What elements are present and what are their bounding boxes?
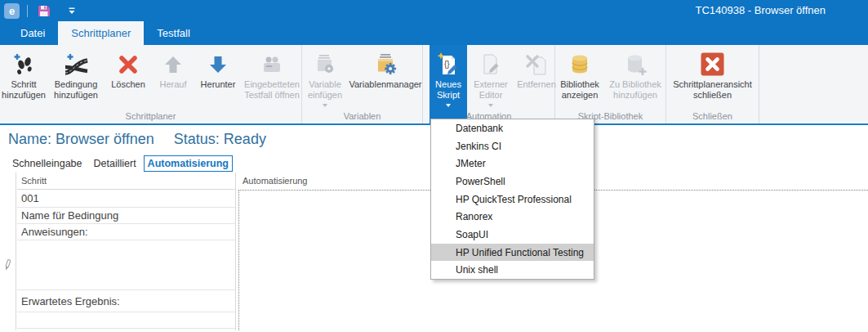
add-to-library-button: Zu Bibliothek hinzufügen xyxy=(604,45,666,112)
variable-insert-icon xyxy=(313,52,337,77)
menu-item-jenkins-ci[interactable]: Jenkins CI xyxy=(431,137,594,155)
button-label: hinzufügen xyxy=(613,90,657,101)
button-label: Variablenmanager xyxy=(349,79,421,90)
red-x-icon xyxy=(116,52,140,77)
button-label: Bibliothek xyxy=(560,79,599,90)
button-label: Editor xyxy=(479,90,503,101)
button-label: Bedingung xyxy=(55,79,98,90)
button-label: Neues xyxy=(435,79,461,90)
svg-text:{}: {} xyxy=(444,60,450,69)
add-step-button[interactable]: Schritt hinzufügen xyxy=(0,45,47,112)
status-label: Status: xyxy=(174,131,220,147)
button-label: Herunter xyxy=(201,79,236,90)
remove-script-icon xyxy=(524,52,549,77)
button-label: einfügen xyxy=(308,90,342,101)
button-label: schließen xyxy=(693,90,732,101)
quick-access-separator xyxy=(27,5,28,17)
close-step-planner-view-button[interactable]: Schrittplaneransicht schließen xyxy=(668,45,758,112)
window-title: TC140938 - Browser öffnen xyxy=(696,0,826,21)
menu-item-hp-quicktest-professional[interactable]: HP QuickTest Professional xyxy=(431,191,594,209)
step-name-status: Name: Browser öffnen Status: Ready xyxy=(8,131,266,148)
variable-manager-button[interactable]: Variablenmanager xyxy=(348,45,423,112)
save-button[interactable] xyxy=(35,2,53,20)
button-label: Herauf xyxy=(159,79,186,90)
variable-manager-icon xyxy=(373,52,398,77)
button-label: anzeigen xyxy=(562,90,599,101)
step-row-number[interactable]: 001 xyxy=(17,190,235,208)
save-floppy-icon xyxy=(38,4,51,17)
move-down-button[interactable]: Herunter xyxy=(194,45,242,112)
view-tabs: Schnelleingabe Detailliert Automatisieru… xyxy=(8,155,236,172)
group-label-schrittplaner: Schrittplaner xyxy=(0,111,301,121)
step-table: Schritt 001 Name für Bedingung Anweisung… xyxy=(0,173,236,330)
app-logo-icon[interactable]: e xyxy=(4,3,20,19)
step-row-condition-name[interactable]: Name für Bedingung xyxy=(17,208,235,224)
branch-add-icon xyxy=(63,52,89,77)
step-row-expected-result-body[interactable] xyxy=(17,312,235,329)
new-script-icon: {} xyxy=(435,52,461,78)
external-editor-button: Externer Editor xyxy=(467,45,514,112)
move-up-button: Herauf xyxy=(152,45,194,112)
chevron-down-icon xyxy=(323,104,327,107)
button-label: Entfernen xyxy=(517,79,556,90)
edit-pencil-icon xyxy=(3,258,12,272)
add-condition-button[interactable]: Bedingung hinzufügen xyxy=(47,45,105,112)
step-row-instructions-body[interactable] xyxy=(17,240,235,290)
arrow-up-icon xyxy=(161,52,185,77)
step-table-gutter xyxy=(0,173,16,330)
open-embedded-testcase-button: Eingebetteten Testfall öffnen xyxy=(242,45,302,112)
menu-item-powershell[interactable]: PowerShell xyxy=(431,173,594,191)
ribbon-group-schliessen: Schrittplaneransicht schließen Schließen xyxy=(666,45,759,123)
database-icon xyxy=(568,52,592,77)
menu-item-hp-unified-functional-testing[interactable]: HP Unified Functional Testing xyxy=(431,244,594,262)
insert-variable-button: Variable einfügen xyxy=(302,45,348,112)
step-column-header: Schritt xyxy=(17,173,235,190)
menu-item-ranorex[interactable]: Ranorex xyxy=(431,208,594,226)
show-library-button[interactable]: Bibliothek anzeigen xyxy=(555,45,604,112)
delete-step-button[interactable]: Löschen xyxy=(105,45,152,112)
button-label: Externer xyxy=(474,79,508,90)
ribbon: Schritt hinzufügen Bedingung hinzufügen … xyxy=(0,45,868,125)
name-value: Browser öffnen xyxy=(56,131,154,147)
ribbon-group-variablen: Variable einfügen xyxy=(302,45,423,123)
button-label: Skript xyxy=(437,90,460,101)
ribbon-group-skript-bibliothek: Bibliothek anzeigen Zu Bibliothek hinzuf… xyxy=(555,45,666,123)
button-label: Eingebetteten xyxy=(244,79,300,90)
chevron-down-icon xyxy=(488,104,493,107)
name-label: Name: xyxy=(8,131,51,147)
menu-item-datenbank[interactable]: Datenbank xyxy=(431,119,594,137)
quick-access-dropdown-button[interactable] xyxy=(63,2,81,20)
tab-detailliert[interactable]: Detailliert xyxy=(90,156,140,171)
remove-script-button: Entfernen xyxy=(514,45,559,112)
chevron-down-icon xyxy=(446,104,451,107)
tab-schrittplaner[interactable]: Schrittplaner xyxy=(58,21,144,45)
ribbon-group-automation: {} Neues Skript Externer Editor xyxy=(423,45,555,123)
button-label: Schrittplaneransicht xyxy=(673,79,752,90)
database-add-icon xyxy=(623,52,648,77)
tab-automatisierung[interactable]: Automatisierung xyxy=(144,155,233,172)
step-row-instructions-label[interactable]: Anweisungen: xyxy=(17,224,235,240)
close-red-x-icon xyxy=(700,52,725,77)
chevron-down-icon xyxy=(68,7,76,15)
button-label: Variable xyxy=(309,79,341,90)
group-label-variablen: Variablen xyxy=(302,111,422,121)
tab-datei[interactable]: Datei xyxy=(7,21,58,45)
ribbon-empty-space xyxy=(759,45,868,123)
menu-item-unix-shell[interactable]: Unix shell xyxy=(431,261,594,279)
button-label: hinzufügen xyxy=(54,90,98,101)
footprints-add-icon xyxy=(11,52,36,77)
embedded-testcase-icon xyxy=(260,52,284,77)
group-label-schliessen: Schließen xyxy=(666,111,759,121)
external-editor-icon xyxy=(479,52,503,77)
ribbon-tab-row: Datei Schrittplaner Testfall xyxy=(0,21,868,45)
ribbon-group-schrittplaner: Schritt hinzufügen Bedingung hinzufügen … xyxy=(0,45,302,123)
step-row-expected-result-label[interactable]: Erwartetes Ergebnis: xyxy=(17,290,235,312)
step-column: Schritt 001 Name für Bedingung Anweisung… xyxy=(17,173,235,329)
button-label: Zu Bibliothek xyxy=(609,79,661,90)
tab-testfall[interactable]: Testfall xyxy=(144,21,203,45)
status-value: Ready xyxy=(224,131,266,147)
menu-item-soapui[interactable]: SoapUI xyxy=(431,226,594,244)
tab-schnelleingabe[interactable]: Schnelleingabe xyxy=(8,156,87,171)
menu-item-jmeter[interactable]: JMeter xyxy=(431,155,594,173)
button-label: Testfall öffnen xyxy=(244,90,300,101)
